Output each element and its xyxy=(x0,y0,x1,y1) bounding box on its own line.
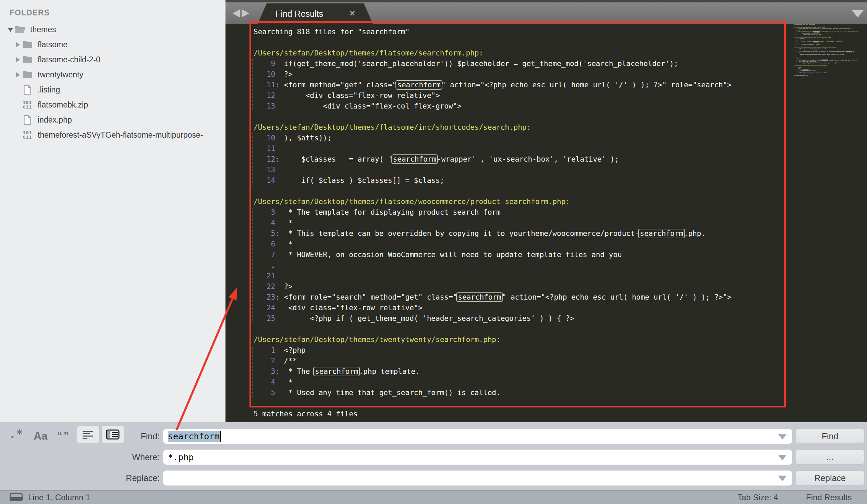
sidebar-item-label: twentytwenty xyxy=(38,70,83,79)
more-options-button[interactable]: ... xyxy=(796,450,864,464)
sidebar-item[interactable]: 101011themeforest-aSVyTGeh-flatsome-mult… xyxy=(0,127,225,142)
find-history-dropdown-icon[interactable] xyxy=(778,434,787,440)
sidebar: FOLDERS themesflatsomeflatsome-child-2-0… xyxy=(0,0,225,422)
disclosure-collapsed-icon[interactable] xyxy=(16,42,20,47)
result-file-path[interactable]: /Users/stefan/Desktop/themes/twentytwent… xyxy=(254,335,794,345)
where-history-dropdown-icon[interactable] xyxy=(778,455,787,461)
result-line[interactable]: 12 <div class="flex-row relative"> xyxy=(254,90,794,101)
result-line[interactable]: 10 ), $atts)); xyxy=(254,133,794,143)
tab-overflow-icon[interactable] xyxy=(852,10,864,18)
result-line[interactable]: 10 ?> xyxy=(254,69,794,80)
match-highlight: searchform xyxy=(456,293,503,302)
where-input[interactable]: *.php xyxy=(163,450,792,464)
result-block: /Users/stefan/Desktop/themes/flatsome/se… xyxy=(254,48,794,112)
result-ellipsis-line: . xyxy=(254,260,794,271)
result-line[interactable]: 14 if( $class ) $classes[] = $class; xyxy=(794,44,867,45)
gutter-guide xyxy=(252,208,253,322)
result-line[interactable]: 5: * This template can be overridden by … xyxy=(254,228,794,239)
result-line[interactable]: 1 <?php xyxy=(254,345,794,356)
result-line[interactable]: 4 * xyxy=(254,377,794,387)
binary-file-icon: 101011 xyxy=(23,130,32,139)
sidebar-item[interactable]: flatsome-child-2-0 xyxy=(0,52,225,67)
result-line[interactable]: 21 xyxy=(254,271,794,282)
result-line[interactable]: 4 * xyxy=(254,218,794,228)
result-line[interactable]: 13 <div class="flex-col flex-grow"> xyxy=(794,34,867,35)
gutter-guide xyxy=(252,59,253,110)
file-icon xyxy=(23,85,32,95)
whole-word-icon[interactable]: “” xyxy=(57,430,70,442)
result-line[interactable]: 6 * xyxy=(254,239,794,250)
disclosure-collapsed-icon[interactable] xyxy=(16,72,20,77)
sidebar-item[interactable]: 101011flatsomebk.zip xyxy=(0,97,225,112)
replace-button[interactable]: Replace xyxy=(796,470,864,485)
result-line[interactable]: 3: * The searchform.php template. xyxy=(254,366,794,377)
result-line[interactable]: 9 if(get_theme_mod('search_placeholder')… xyxy=(254,58,794,69)
text-caret xyxy=(220,431,221,442)
match-highlight: searchform xyxy=(802,69,809,71)
result-line[interactable]: 22 ?> xyxy=(254,282,794,292)
cursor-position: Line 1, Column 1 xyxy=(28,491,90,504)
sidebar-item[interactable]: themes xyxy=(0,22,225,37)
where-label: Where: xyxy=(101,450,160,464)
gutter-guide xyxy=(252,133,253,185)
file-icon xyxy=(23,115,32,125)
result-line[interactable]: 2 /** xyxy=(254,356,794,366)
folder-icon xyxy=(22,55,33,64)
sidebar-item-label: index.php xyxy=(38,116,72,125)
result-line[interactable]: 23: <form role="search" method="get" cla… xyxy=(254,292,794,303)
tab-size-indicator[interactable]: Tab Size: 4 xyxy=(737,491,778,504)
find-results-content[interactable]: Searching 818 files for "searchform"/Use… xyxy=(225,24,794,422)
prev-tab-icon[interactable] xyxy=(232,9,240,18)
result-file-path[interactable]: /Users/stefan/Desktop/themes/flatsome/in… xyxy=(254,122,794,133)
sidebar-item[interactable]: index.php xyxy=(0,112,225,127)
folder-open-icon xyxy=(14,25,25,34)
result-line[interactable]: 11: <form method="get" class="searchform… xyxy=(254,80,794,90)
result-block: /Users/stefan/Desktop/themes/flatsome/se… xyxy=(794,27,867,35)
replace-input[interactable] xyxy=(163,470,792,485)
result-line[interactable]: 13 xyxy=(254,165,794,175)
result-line[interactable]: 25 <?php if ( get_theme_mod( 'header_sea… xyxy=(254,313,794,324)
find-button[interactable]: Find xyxy=(796,429,864,444)
syntax-indicator[interactable]: Find Results xyxy=(806,491,852,504)
match-highlight: searchform xyxy=(822,59,827,61)
result-block: /Users/stefan/Desktop/themes/flatsome/wo… xyxy=(254,197,794,324)
find-in-files-panel: .* Aa “” Find: Where: Replace: searchfor… xyxy=(0,422,867,490)
result-file-path[interactable]: /Users/stefan/Desktop/themes/flatsome/se… xyxy=(254,48,794,58)
result-file-path[interactable]: /Users/stefan/Desktop/themes/flatsome/wo… xyxy=(254,197,794,207)
result-line[interactable]: 3 * The template for displaying product … xyxy=(254,207,794,218)
sidebar-item[interactable]: flatsome xyxy=(0,37,225,52)
wrap-toggle-button[interactable] xyxy=(77,426,99,443)
find-input[interactable]: searchform xyxy=(163,429,792,444)
result-line[interactable]: 5 * Used any time that get_search_form()… xyxy=(254,387,794,398)
close-icon[interactable]: × xyxy=(350,3,355,24)
sidebar-item[interactable]: .listing xyxy=(0,82,225,97)
replace-history-dropdown-icon[interactable] xyxy=(778,475,787,481)
tab-find-results[interactable]: Find Results × xyxy=(258,3,373,24)
next-tab-icon[interactable] xyxy=(242,9,249,18)
match-highlight: searchform xyxy=(638,229,685,238)
case-sensitive-icon[interactable]: Aa xyxy=(34,430,47,442)
results-header: Searching 818 files for "searchform" xyxy=(794,24,867,25)
result-line[interactable]: 13 <div class="flex-col flex-grow"> xyxy=(254,101,794,112)
result-line[interactable]: 24 <div class="flex-row relative"> xyxy=(254,303,794,313)
gutter-guide xyxy=(252,346,253,397)
result-block: /Users/stefan/Desktop/themes/flatsome/in… xyxy=(794,37,867,45)
result-line[interactable]: 14 if( $class ) $classes[] = $class; xyxy=(254,175,794,186)
disclosure-collapsed-icon[interactable] xyxy=(16,57,20,62)
result-line[interactable]: 12: $classes = array( 'searchform-wrappe… xyxy=(254,154,794,165)
find-label: Find: xyxy=(101,429,160,444)
minimap[interactable]: Searching 818 files for "searchform"/Use… xyxy=(794,24,867,419)
disclosure-expanded-icon[interactable] xyxy=(8,28,13,32)
result-line[interactable]: 5 * Used any time that get_search_form()… xyxy=(794,72,867,74)
result-line[interactable]: 25 <?php if ( get_theme_mod( 'header_sea… xyxy=(794,62,867,64)
result-line[interactable]: 11 xyxy=(254,143,794,154)
regex-icon[interactable]: .* xyxy=(9,427,23,441)
sidebar-item-label: themes xyxy=(30,25,56,34)
panel-toggle-icon[interactable] xyxy=(10,493,23,501)
result-block: /Users/stefan/Desktop/themes/twentytwent… xyxy=(794,65,867,74)
sidebar-item[interactable]: twentytwenty xyxy=(0,67,225,82)
wrap-icon xyxy=(82,430,94,439)
result-line[interactable]: 7 * HOWEVER, on occasion WooCommerce wil… xyxy=(254,250,794,260)
where-input-value: *.php xyxy=(168,452,194,462)
match-highlight: searchform xyxy=(395,80,442,90)
